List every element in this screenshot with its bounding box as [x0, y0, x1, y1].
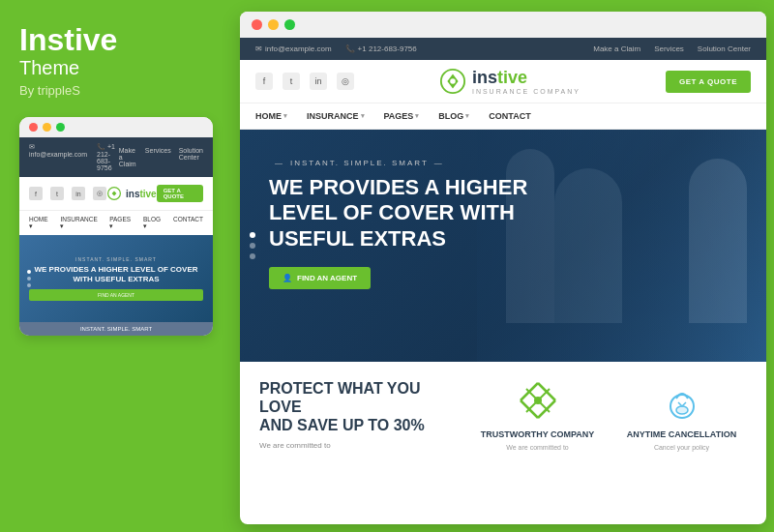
topbar-phone: 📞 +1 212-683-9756 [345, 44, 417, 53]
svg-point-10 [534, 397, 542, 404]
mini-nav-insurance: INSURANCE ▾ [60, 216, 102, 230]
mini-dot-green [56, 123, 65, 132]
phone-icon: 📞 [345, 44, 355, 53]
topbar-email: ✉ info@example.com [255, 44, 332, 53]
mini-dot-yellow [43, 123, 51, 132]
nav-contact[interactable]: CONTACT [489, 111, 530, 121]
hero-cta-button[interactable]: 👤 FIND AN AGENT [269, 267, 371, 289]
mini-logo-icon [106, 186, 122, 201]
trustworthy-desc: We are committed to [506, 443, 568, 453]
site-logo: instive INSURANCE COMPANY [439, 68, 580, 95]
svg-point-3 [450, 78, 456, 84]
hero-dot-3[interactable] [250, 253, 255, 259]
logo-text-area: instive INSURANCE COMPANY [472, 68, 580, 95]
mini-nav-home: HOME ▾ [29, 216, 52, 230]
main-preview: ✉ info@example.com 📞 +1 212-683-9756 Mak… [240, 12, 766, 524]
topbar-claim-link[interactable]: Make a Claim [593, 44, 640, 53]
main-window-controls [240, 12, 766, 38]
nav-pages-arrow: ▾ [415, 112, 419, 120]
social-icons: f t in ◎ [255, 73, 354, 90]
mini-topbar: ✉ info@example.com 📞 +1 212-683-9756 Mak… [19, 137, 213, 177]
mini-services-link: Services [145, 147, 171, 167]
envelope-icon: ✉ [255, 44, 262, 53]
hero-dot-2[interactable] [250, 243, 255, 249]
nav-blog-arrow: ▾ [465, 112, 469, 120]
mini-hero-content: INSTANT. SIMPLE. SMART WE PROVIDES A HIG… [19, 256, 213, 301]
mini-social-icons: f t in ◎ [29, 187, 106, 200]
twitter-icon[interactable]: t [283, 73, 300, 90]
feature-icons-row: TRUSTWORTHY COMPANY We are committed to … [472, 379, 747, 453]
nav-pages[interactable]: PAGES▾ [384, 111, 420, 121]
topbar-solution-link[interactable]: Solution Center [698, 44, 751, 53]
logo-icon [439, 68, 466, 95]
mini-hero-tagline: INSTANT. SIMPLE. SMART [29, 256, 203, 262]
site-header: f t in ◎ instive INSURANCE COMPANY GET A… [240, 60, 766, 103]
left-panel: Instive Theme By trippleS ✉ info@example… [0, 0, 232, 532]
nav-insurance[interactable]: INSURANCE▾ [307, 111, 365, 121]
nav-home[interactable]: HOME▾ [255, 111, 287, 121]
mini-header: f t in ◎ instive GET A QUOTE [19, 177, 213, 210]
mini-email: ✉ info@example.com [29, 143, 87, 171]
logo-text: instive [472, 68, 580, 88]
nav-home-arrow: ▾ [283, 112, 287, 120]
mini-window-controls [19, 117, 213, 137]
feature-cancellation: ANYTIME CANCELLATION Cancel your policy [616, 379, 747, 453]
hero-tagline: INSTANT. SIMPLE. SMART [269, 159, 550, 167]
mini-nav-contact: CONTACT [173, 216, 203, 230]
trustworthy-title: TRUSTWORTHY COMPANY [481, 429, 595, 439]
mini-hero-headline: WE PROVIDES A HIGHER LEVEL OF COVER WITH… [29, 265, 203, 283]
cancellation-desc: Cancel your policy [654, 443, 709, 453]
mini-preview-card: ✉ info@example.com 📞 +1 212-683-9756 Mak… [19, 117, 213, 336]
bottom-section: PROTECT WHAT YOU LOVE AND SAVE UP TO 30%… [240, 362, 766, 470]
mini-hero: INSTANT. SIMPLE. SMART WE PROVIDES A HIG… [19, 235, 213, 322]
mini-dot-red [29, 123, 38, 132]
mini-hero-cta[interactable]: FIND AN AGENT [29, 289, 203, 301]
mini-solution-link: Solution Center [179, 147, 203, 167]
cancellation-icon [661, 379, 703, 422]
mini-linkedin-icon: in [72, 187, 85, 200]
mini-topbar-left: ✉ info@example.com 📞 +1 212-683-9756 [29, 143, 119, 171]
topbar-right: Make a Claim Services Solution Center [593, 44, 751, 53]
linkedin-icon[interactable]: in [310, 73, 327, 90]
theme-by: By trippleS [19, 83, 213, 98]
hero-content: INSTANT. SIMPLE. SMART WE PROVIDES A HIG… [240, 130, 569, 309]
nav-insurance-arrow: ▾ [361, 112, 365, 120]
bottom-desc: We are committed to [259, 441, 453, 450]
bottom-heading: PROTECT WHAT YOU LOVE AND SAVE UP TO 30% [259, 379, 453, 435]
bottom-left-content: PROTECT WHAT YOU LOVE AND SAVE UP TO 30%… [259, 379, 453, 450]
mini-bottom-tag: INSTANT. SIMPLE. SMART [19, 322, 213, 336]
feature-trustworthy: TRUSTWORTHY COMPANY We are committed to [472, 379, 603, 453]
mini-logo-text: instive [126, 189, 157, 199]
facebook-icon[interactable]: f [255, 73, 273, 90]
main-dot-green [284, 19, 295, 30]
mini-phone: 📞 +1 212-683-9756 [97, 143, 119, 171]
hero-section: INSTANT. SIMPLE. SMART WE PROVIDES A HIG… [240, 130, 766, 362]
hero-headline: WE PROVIDES A HIGHER LEVEL OF COVER WITH… [269, 175, 550, 251]
hero-dot-1[interactable] [250, 232, 255, 238]
quote-button[interactable]: GET A QUOTE [666, 71, 751, 93]
mini-logo: instive [106, 186, 157, 201]
agent-icon: 👤 [283, 274, 292, 282]
mini-nav-blog: BLOG ▾ [143, 216, 165, 230]
mini-claim-link: Make a Claim [119, 147, 137, 167]
topbar-services-link[interactable]: Services [654, 44, 684, 53]
main-dot-red [252, 19, 262, 30]
svg-point-12 [676, 406, 688, 414]
mini-instagram-icon: ◎ [93, 187, 106, 200]
site-topbar: ✉ info@example.com 📞 +1 212-683-9756 Mak… [240, 38, 766, 60]
mini-nav-pages: PAGES ▾ [109, 216, 135, 230]
logo-subtitle: INSURANCE COMPANY [472, 88, 580, 95]
mini-quote-button[interactable]: GET A QUOTE [157, 185, 203, 202]
nav-blog[interactable]: BLOG▾ [438, 111, 469, 121]
mini-nav-menu: HOME ▾ INSURANCE ▾ PAGES ▾ BLOG ▾ CONTAC… [19, 210, 213, 235]
theme-title: Instive [19, 23, 213, 57]
mini-facebook-icon: f [29, 187, 43, 200]
trustworthy-icon [517, 379, 559, 422]
instagram-icon[interactable]: ◎ [337, 73, 354, 90]
hero-slider-dots [250, 232, 255, 259]
theme-subtitle: Theme [19, 57, 213, 79]
mini-topbar-right: Make a Claim Services Solution Center [119, 147, 203, 167]
cancellation-title: ANYTIME CANCELLATION [627, 429, 736, 439]
topbar-left: ✉ info@example.com 📞 +1 212-683-9756 [255, 44, 417, 53]
main-dot-yellow [268, 19, 279, 30]
